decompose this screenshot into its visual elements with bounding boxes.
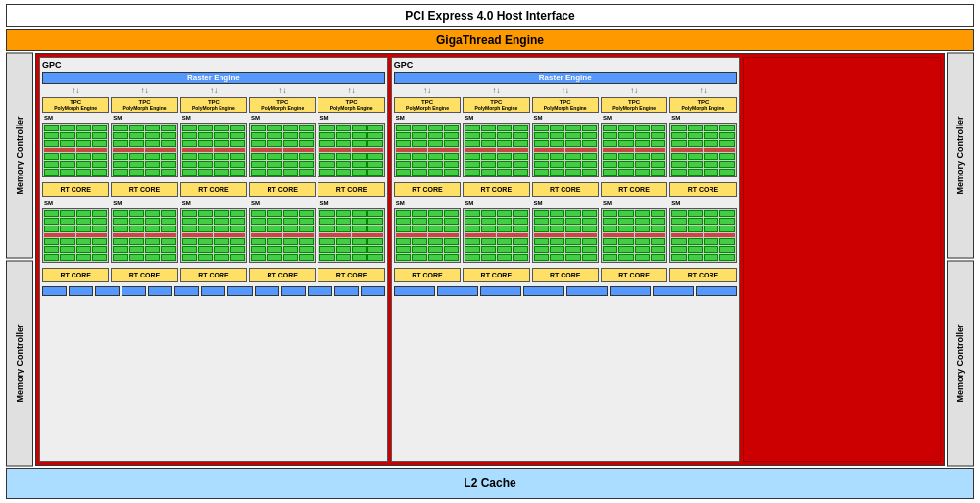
tpc-row-lower-1: SM SM <box>42 199 385 264</box>
tpc-2-8: SM <box>532 199 599 264</box>
tpc-2-9: SM <box>601 199 667 264</box>
rt-core-1-3: RT CORE <box>180 182 247 197</box>
rt-core-row-upper-1: RT CORE RT CORE RT CORE RT CORE RT CORE <box>42 182 385 197</box>
rt-core-2-9: RT CORE <box>601 268 667 282</box>
sm-block-1-9 <box>249 208 316 263</box>
left-mem-ctrl-2: Memory Controller <box>6 261 33 467</box>
sm-block-1-1 <box>42 123 109 177</box>
tpc-2-1: ↑↓ TPCPolyMorph Engine SM <box>394 86 461 178</box>
rt-core-1-9: RT CORE <box>249 268 316 282</box>
rt-core-2-3: RT CORE <box>532 182 599 197</box>
polymorph-1-4: TPCPolyMorph Engine <box>249 97 316 113</box>
sm-block-2-5 <box>669 123 736 177</box>
bottom-cache-row-1 <box>42 286 385 296</box>
center-gpu-area: GPC Raster Engine ↑↓ TPCPolyMorph Engine… <box>35 53 945 466</box>
rt-core-1-7: RT CORE <box>111 268 177 282</box>
tpc-2-7: SM <box>463 199 529 264</box>
tpc-1-4: ↑↓ TPCPolyMorph Engine SM <box>249 86 316 178</box>
rt-core-row-upper-2: RT CORE RT CORE RT CORE RT CORE RT CORE <box>394 182 737 197</box>
polymorph-1-5: TPCPolyMorph Engine <box>318 97 384 113</box>
tpc-2-4: ↑↓ TPCPolyMorph Engine SM <box>601 86 667 178</box>
sm-block-1-5 <box>318 123 384 177</box>
tpc-1-8: SM <box>180 199 247 264</box>
left-memory-controllers: Memory Controller Memory Controller <box>6 53 33 466</box>
tpc-1-2: ↑↓ TPCPolyMorph Engine SM <box>111 86 177 178</box>
sm-block-2-7 <box>463 208 529 263</box>
tpc-2-2: ↑↓ TPCPolyMorph Engine SM <box>463 86 529 178</box>
rt-core-1-6: RT CORE <box>42 268 109 282</box>
tpc-1-3: ↑↓ TPCPolyMorph Engine SM <box>180 86 247 178</box>
bottom-cache-row-2 <box>394 286 737 296</box>
sm-block-1-4 <box>249 123 316 177</box>
sm-block-1-2 <box>111 123 177 177</box>
rt-core-row-lower-1: RT CORE RT CORE RT CORE RT CORE RT CORE <box>42 268 385 282</box>
rt-core-2-6: RT CORE <box>394 268 461 282</box>
sm-block-2-4 <box>601 123 667 177</box>
sm-block-1-6 <box>42 208 109 263</box>
tpc-row-upper-1: ↑↓ TPCPolyMorph Engine SM <box>42 86 385 178</box>
sm-block-2-10 <box>669 208 736 263</box>
right-memory-controllers: Memory Controller Memory Controller <box>947 53 974 466</box>
red-placeholder-area <box>743 57 941 462</box>
left-mem-ctrl-1: Memory Controller <box>6 53 33 259</box>
gpc-1-label: GPC <box>42 60 385 70</box>
sm-block-2-8 <box>532 208 599 263</box>
raster-engine-1: Raster Engine <box>42 72 385 84</box>
rt-core-2-2: RT CORE <box>463 182 529 197</box>
rt-core-row-lower-2: RT CORE RT CORE RT CORE RT CORE RT CORE <box>394 268 737 282</box>
rt-core-1-8: RT CORE <box>180 268 247 282</box>
rt-core-2-10: RT CORE <box>669 268 736 282</box>
tpc-row-lower-2: SM SM <box>394 199 737 264</box>
main-container: PCI Express 4.0 Host Interface GigaThrea… <box>0 0 980 503</box>
tpc-1-6: SM <box>42 199 109 264</box>
tpc-1-1: ↑↓ TPCPolyMorph Engine SM <box>42 86 109 178</box>
rt-core-2-8: RT CORE <box>532 268 599 282</box>
tpc-1-7: SM <box>111 199 177 264</box>
gpc-2: GPC Raster Engine ↑↓ TPCPolyMorph Engine… <box>391 57 740 462</box>
gpc-container: GPC Raster Engine ↑↓ TPCPolyMorph Engine… <box>35 53 945 466</box>
l2-cache-label: L2 Cache <box>464 477 515 490</box>
polymorph-2-4: TPCPolyMorph Engine <box>601 97 667 113</box>
polymorph-1-1: TPCPolyMorph Engine <box>42 97 109 113</box>
polymorph-2-2: TPCPolyMorph Engine <box>463 97 529 113</box>
right-mem-ctrl-2: Memory Controller <box>947 261 974 467</box>
rt-core-2-7: RT CORE <box>463 268 529 282</box>
gigathread-label: GigaThread Engine <box>436 33 544 47</box>
tpc-1-5: ↑↓ TPCPolyMorph Engine SM <box>318 86 384 178</box>
sm-block-1-8 <box>180 208 247 263</box>
rt-core-2-4: RT CORE <box>601 182 667 197</box>
tpc-1-9: SM <box>249 199 316 264</box>
rt-core-1-4: RT CORE <box>249 182 316 197</box>
polymorph-2-3: TPCPolyMorph Engine <box>532 97 599 113</box>
rt-core-2-1: RT CORE <box>394 182 461 197</box>
rt-core-1-5: RT CORE <box>318 182 384 197</box>
rt-core-1-10: RT CORE <box>318 268 384 282</box>
rt-core-2-5: RT CORE <box>669 182 736 197</box>
tpc-1-10: SM <box>318 199 384 264</box>
sm-block-1-3 <box>180 123 247 177</box>
pci-express-bar: PCI Express 4.0 Host Interface <box>6 4 974 27</box>
sm-block-2-6 <box>394 208 461 263</box>
polymorph-2-1: TPCPolyMorph Engine <box>394 97 461 113</box>
sm-block-2-2 <box>463 123 529 177</box>
gigathread-bar: GigaThread Engine <box>6 29 974 51</box>
sm-block-1-7 <box>111 208 177 263</box>
sm-block-2-3 <box>532 123 599 177</box>
gpc-1: GPC Raster Engine ↑↓ TPCPolyMorph Engine… <box>39 57 388 462</box>
right-mem-ctrl-1: Memory Controller <box>947 53 974 259</box>
tpc-2-5: ↑↓ TPCPolyMorph Engine SM <box>669 86 736 178</box>
rt-core-1-2: RT CORE <box>111 182 177 197</box>
polymorph-1-2: TPCPolyMorph Engine <box>111 97 177 113</box>
sm-block-2-1 <box>394 123 461 177</box>
polymorph-1-3: TPCPolyMorph Engine <box>180 97 247 113</box>
raster-engine-2: Raster Engine <box>394 72 737 84</box>
l2-cache-bar: L2 Cache <box>6 468 974 499</box>
main-content-area: Memory Controller Memory Controller GPC … <box>6 53 974 466</box>
rt-core-1-1: RT CORE <box>42 182 109 197</box>
tpc-2-6: SM <box>394 199 461 264</box>
sm-block-2-9 <box>601 208 667 263</box>
pci-label: PCI Express 4.0 Host Interface <box>405 9 574 23</box>
tpc-2-3: ↑↓ TPCPolyMorph Engine SM <box>532 86 599 178</box>
gpc-2-label: GPC <box>394 60 737 70</box>
tpc-row-upper-2: ↑↓ TPCPolyMorph Engine SM <box>394 86 737 178</box>
